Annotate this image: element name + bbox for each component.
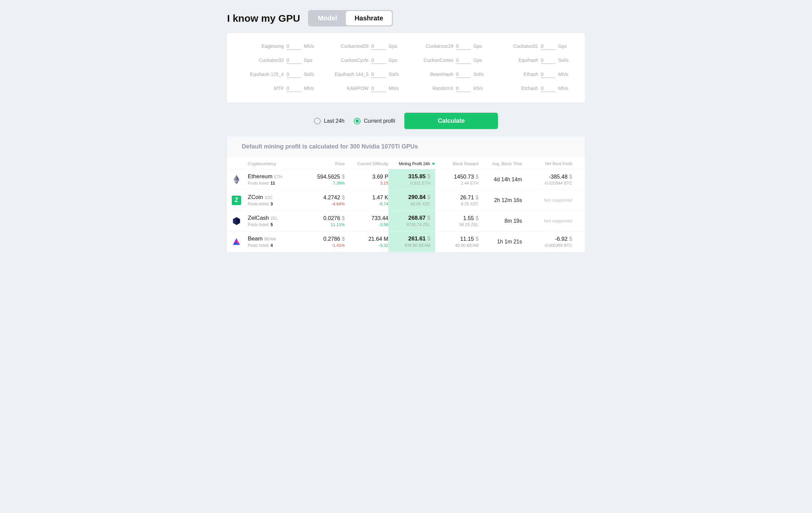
price-cell: 0.0276 $11.11%: [308, 215, 345, 227]
coin-cell: BeamBEAMPools listed: 4: [248, 235, 308, 248]
hashrate-unit: Gps: [558, 44, 572, 49]
hashrate-field: CuckooCycleGps: [325, 57, 402, 64]
col-mining-profit[interactable]: Mining Profit 24h: [388, 162, 435, 166]
hashrate-input[interactable]: [287, 85, 301, 92]
coin-cell: ZelCashZELPools listed: 5: [248, 215, 308, 227]
radio-current-profit-label: Current profit: [364, 118, 395, 124]
hashrate-input[interactable]: [541, 42, 555, 50]
table-header: Cryptocurrency Price Current Difficulty …: [227, 157, 585, 169]
hashrate-label: Ethash: [495, 72, 539, 77]
difficulty-cell: 733.44-3.56: [345, 215, 388, 227]
hashrate-field: Cuckarooz29Gps: [410, 42, 487, 50]
hashrate-unit: Sol/s: [388, 72, 402, 77]
hashrate-field: EquihashSol/s: [495, 57, 572, 64]
hashrate-input[interactable]: [371, 42, 386, 50]
hashrate-input[interactable]: [371, 85, 386, 92]
price-cell: 0.2786 $-1.41%: [308, 236, 345, 248]
nh-profit-cell: -385.48 $-0.020544 BTC: [522, 174, 572, 186]
hashrate-input[interactable]: [456, 85, 471, 92]
hashrate-input[interactable]: [287, 57, 301, 64]
mining-profit-cell: 261.61 $938.90 BEAM: [388, 231, 435, 252]
price-cell: 4.2742 $-4.64%: [308, 194, 345, 206]
hashrate-label: BeamHash: [410, 72, 454, 77]
block-time-cell: 1h 1m 21s: [478, 239, 522, 245]
coin-symbol: ETH: [274, 175, 282, 179]
table-row[interactable]: BeamBEAMPools listed: 40.2786 $-1.41%21.…: [227, 231, 585, 252]
coin-cell: EthereumETHPools listed: 11: [248, 173, 308, 186]
pools-listed: Pools listed: 11: [248, 181, 308, 186]
hashrate-label: Cuckarooz29: [410, 44, 454, 49]
toggle-hashrate-button[interactable]: Hashrate: [346, 11, 392, 25]
hashrate-label: CuckooCortex: [410, 58, 454, 63]
hashrate-field: Equihash 125_4Sol/s: [240, 70, 317, 78]
calculate-button[interactable]: Calculate: [404, 113, 498, 129]
hashrate-field: BeamHashSol/s: [410, 70, 487, 78]
radio-last-24h[interactable]: Last 24h: [314, 118, 345, 124]
hashrate-label: RandomX: [410, 86, 454, 91]
hashrate-unit: Gps: [388, 44, 402, 49]
radio-circle-icon: [354, 118, 360, 124]
hashrate-panel: EaglesongMh/sCuckarood29GpsCuckarooz29Gp…: [227, 33, 585, 103]
hashrate-unit: Kh/s: [473, 86, 487, 91]
table-row[interactable]: ZZCoinXZCPools listed: 34.2742 $-4.64%1.…: [227, 190, 585, 210]
coin-symbol: ZEL: [270, 216, 278, 221]
hashrate-field: CuckooCortexGps: [410, 57, 487, 64]
toggle-model-button[interactable]: Model: [309, 11, 346, 25]
hashrate-input[interactable]: [371, 57, 386, 64]
beam-icon: [232, 237, 241, 247]
hashrate-label: CuckooCycle: [325, 58, 369, 63]
hashrate-unit: Gps: [304, 58, 317, 63]
table-row[interactable]: EthereumETHPools listed: 11594.5625 $7.3…: [227, 169, 585, 190]
hashrate-input[interactable]: [456, 57, 471, 64]
block-time-cell: 8m 19s: [478, 218, 522, 224]
hashrate-label: Equihash 144_5: [325, 72, 369, 77]
col-mining-profit-label: Mining Profit 24h: [399, 162, 430, 166]
mining-profit-cell: 315.85 $0.531 ETH: [388, 169, 435, 190]
hashrate-input[interactable]: [456, 70, 471, 78]
col-difficulty[interactable]: Current Difficulty: [345, 162, 388, 166]
coin-cell: ZCoinXZCPools listed: 3: [248, 194, 308, 206]
table-row[interactable]: ZelCashZELPools listed: 50.0276 $11.11%7…: [227, 210, 585, 231]
radio-last-24h-label: Last 24h: [324, 118, 345, 124]
coin-symbol: BEAM: [264, 237, 276, 241]
coin-name: ZelCash: [248, 215, 269, 221]
hashrate-input[interactable]: [541, 57, 555, 64]
hashrate-unit: Sol/s: [304, 72, 317, 77]
hashrate-field: EtchashMh/s: [495, 85, 572, 92]
controls-row: Last 24h Current profit Calculate: [227, 113, 585, 129]
col-block-time[interactable]: Avg. Block Time: [478, 162, 522, 166]
block-time-cell: 4d 14h 14m: [478, 177, 522, 182]
hashrate-label: Etchash: [495, 86, 539, 91]
col-nh-rent[interactable]: NH Rent Profit: [522, 162, 572, 166]
block-time-cell: 2h 12m 16s: [478, 197, 522, 203]
hashrate-input[interactable]: [287, 42, 301, 50]
hashrate-unit: Gps: [388, 58, 402, 63]
hashrate-input[interactable]: [541, 85, 555, 92]
radio-current-profit[interactable]: Current profit: [354, 118, 395, 124]
price-cell: 594.5625 $7.39%: [308, 174, 345, 186]
hashrate-label: Cuckarood29: [325, 44, 369, 49]
col-cryptocurrency[interactable]: Cryptocurrency: [248, 162, 308, 166]
col-block-reward[interactable]: Block Reward: [435, 162, 478, 166]
hashrate-unit: Mh/s: [558, 86, 572, 91]
col-price[interactable]: Price: [308, 162, 345, 166]
difficulty-cell: 1.47 K-5.74: [345, 194, 388, 206]
hashrate-input[interactable]: [287, 70, 301, 78]
header: I know my GPU Model Hashrate: [227, 10, 585, 26]
hashrate-unit: Mh/s: [558, 72, 572, 77]
eth-icon: [232, 175, 241, 184]
hashrate-input[interactable]: [456, 42, 471, 50]
coin-symbol: XZC: [264, 195, 272, 200]
hashrate-input[interactable]: [541, 70, 555, 78]
hashrate-label: Eaglesong: [240, 44, 284, 49]
hashrate-unit: Sol/s: [473, 72, 487, 77]
hashrate-unit: Gps: [473, 44, 487, 49]
hashrate-input[interactable]: [371, 70, 386, 78]
difficulty-cell: 21.64 M-5.32: [345, 236, 388, 248]
coin-name: Ethereum: [248, 173, 272, 179]
coin-name: Beam: [248, 235, 263, 242]
hashrate-field: Cuckatoo32Gps: [240, 57, 317, 64]
default-notice: Default mining profit is calculated for …: [227, 137, 585, 157]
pools-listed: Pools listed: 4: [248, 243, 308, 248]
block-reward-cell: 1.55 $56.25 ZEL: [435, 215, 478, 227]
